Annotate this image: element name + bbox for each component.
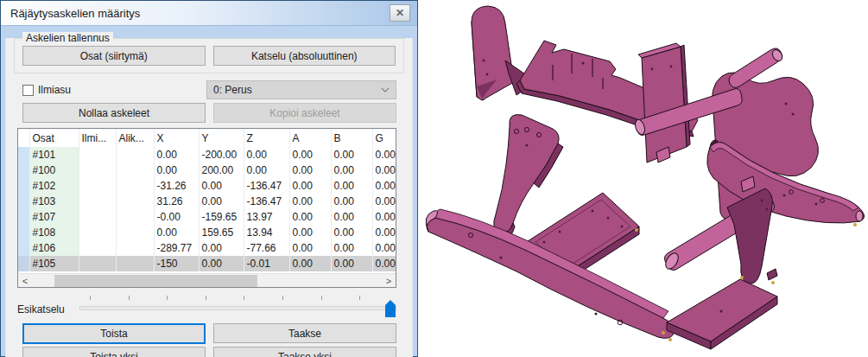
model-viewport[interactable] <box>418 0 868 357</box>
nollaa-askeleet-button[interactable]: Nollaa askeleet <box>22 103 206 123</box>
col-rowheader[interactable] <box>18 129 29 147</box>
cell-g[interactable]: 0.00 <box>372 256 396 271</box>
preview-slider[interactable] <box>79 296 396 318</box>
cell-ilmi[interactable] <box>79 194 116 209</box>
col-b[interactable]: B <box>331 129 372 147</box>
cell-ilmi[interactable] <box>79 178 116 194</box>
cell-x[interactable]: -0.00 <box>154 209 199 225</box>
cell-z[interactable]: -77.66 <box>244 240 289 256</box>
table-row[interactable]: #107-0.00-159.6513.970.000.000.00 <box>18 209 396 225</box>
cell-y[interactable]: -200.00 <box>199 147 244 163</box>
slider-track[interactable] <box>79 306 396 310</box>
cell-y[interactable]: 0.00 <box>199 178 244 194</box>
cell-osat[interactable]: #103 <box>29 194 79 209</box>
cell-z[interactable]: 0.00 <box>244 147 289 163</box>
row-header-cell[interactable] <box>18 240 29 256</box>
cell-z[interactable]: 13.94 <box>244 225 289 240</box>
cell-b[interactable]: 0.00 <box>331 178 372 194</box>
explosion-set-dropdown[interactable]: 0: Perus <box>206 80 396 99</box>
cell-x[interactable]: 0.00 <box>154 147 199 163</box>
row-header-cell[interactable] <box>18 194 29 209</box>
cell-ilmi[interactable] <box>79 240 116 256</box>
cell-ilmi[interactable] <box>79 147 116 163</box>
col-x[interactable]: X <box>154 129 199 147</box>
cell-a[interactable]: 0.00 <box>289 225 331 240</box>
row-header-cell[interactable] <box>18 256 29 271</box>
row-header-cell[interactable] <box>18 163 29 178</box>
cell-g[interactable]: 0.00 <box>372 163 396 178</box>
cell-g[interactable]: 0.00 <box>372 194 396 209</box>
cell-z[interactable]: 0.00 <box>244 163 289 178</box>
table-row[interactable]: #102-31.260.00-136.470.000.000.00 <box>18 178 396 194</box>
row-header-cell[interactable] <box>18 178 29 194</box>
cell-alik[interactable] <box>116 147 154 163</box>
cell-b[interactable]: 0.00 <box>331 147 372 163</box>
dialog-titlebar[interactable]: Räjäytysaskelien määritys ✕ <box>1 1 417 26</box>
cell-a[interactable]: 0.00 <box>289 178 331 194</box>
cell-y[interactable]: 0.00 <box>199 240 244 256</box>
cell-osat[interactable]: #107 <box>29 209 79 225</box>
cell-alik[interactable] <box>116 194 154 209</box>
cell-g[interactable]: 0.00 <box>372 147 396 163</box>
osat-siirtyma-button[interactable]: Osat (siirtymä) <box>22 46 206 66</box>
cell-z[interactable]: -136.47 <box>244 178 289 194</box>
cell-a[interactable]: 0.00 <box>289 240 331 256</box>
cell-z[interactable]: -0.01 <box>244 256 289 271</box>
cell-b[interactable]: 0.00 <box>331 194 372 209</box>
row-header-cell[interactable] <box>18 209 29 225</box>
table-row[interactable]: #1080.00159.6513.940.000.000.00 <box>18 225 396 240</box>
scrollbar-thumb[interactable] <box>54 275 257 287</box>
cell-x[interactable]: -150 <box>154 256 199 271</box>
cell-osat[interactable]: #100 <box>29 163 79 178</box>
table-row[interactable]: #1010.00-200.000.000.000.000.00 <box>18 147 396 163</box>
cell-osat[interactable]: #108 <box>29 225 79 240</box>
cell-osat[interactable]: #102 <box>29 178 79 194</box>
cell-a[interactable]: 0.00 <box>289 147 331 163</box>
cell-x[interactable]: -31.26 <box>154 178 199 194</box>
slider-thumb[interactable] <box>385 300 396 317</box>
horizontal-scrollbar[interactable]: < > <box>18 273 396 287</box>
row-header-cell[interactable] <box>18 147 29 163</box>
cell-g[interactable]: 0.00 <box>372 178 396 194</box>
cell-a[interactable]: 0.00 <box>289 209 331 225</box>
cell-b[interactable]: 0.00 <box>331 240 372 256</box>
col-ilmi[interactable]: Ilmi... <box>79 129 116 147</box>
close-icon[interactable]: ✕ <box>390 4 410 22</box>
cell-ilmi[interactable] <box>79 225 116 240</box>
cell-ilmi[interactable] <box>79 256 116 271</box>
cell-osat[interactable]: #105 <box>29 256 79 271</box>
cell-alik[interactable] <box>116 209 154 225</box>
cell-b[interactable]: 0.00 <box>331 163 372 178</box>
cell-g[interactable]: 0.00 <box>372 209 396 225</box>
scroll-left-icon[interactable]: < <box>18 274 32 288</box>
cell-alik[interactable] <box>116 163 154 178</box>
cell-a[interactable]: 0.00 <box>289 194 331 209</box>
row-header-cell[interactable] <box>18 225 29 240</box>
cell-y[interactable]: 159.65 <box>199 225 244 240</box>
cell-x[interactable]: 0.00 <box>154 163 199 178</box>
katselu-absoluuttinen-button[interactable]: Katselu (absoluuttinen) <box>213 46 396 66</box>
table-row[interactable]: #105-1500.00-0.010.000.000.00 <box>18 256 396 271</box>
cell-ilmi[interactable] <box>79 209 116 225</box>
cell-z[interactable]: 13.97 <box>244 209 289 225</box>
toista-button[interactable]: Toista <box>22 323 206 344</box>
cell-b[interactable]: 0.00 <box>331 256 372 271</box>
cell-x[interactable]: 31.26 <box>154 194 199 209</box>
cell-b[interactable]: 0.00 <box>331 225 372 240</box>
scroll-right-icon[interactable]: > <box>382 274 396 288</box>
cell-osat[interactable]: #101 <box>29 147 79 163</box>
cell-y[interactable]: 0.00 <box>199 256 244 271</box>
cell-alik[interactable] <box>116 240 154 256</box>
col-osat[interactable]: Osat <box>29 129 79 147</box>
table-row[interactable]: #1000.00200.000.000.000.000.00 <box>18 163 396 178</box>
taakse-yksi-button[interactable]: Taakse yksi <box>213 347 396 357</box>
col-y[interactable]: Y <box>199 129 244 147</box>
cell-a[interactable]: 0.00 <box>289 256 331 271</box>
col-z[interactable]: Z <box>244 129 289 147</box>
table-row[interactable]: #106-289.770.00-77.660.000.000.00 <box>18 240 396 256</box>
toista-yksi-button[interactable]: Toista yksi <box>22 347 206 357</box>
steps-table[interactable]: Osat Ilmi... Alik... X Y Z A B G #1010.0… <box>17 128 396 288</box>
col-a[interactable]: A <box>289 129 331 147</box>
cell-z[interactable]: -136.47 <box>244 194 289 209</box>
cell-x[interactable]: -289.77 <box>154 240 199 256</box>
